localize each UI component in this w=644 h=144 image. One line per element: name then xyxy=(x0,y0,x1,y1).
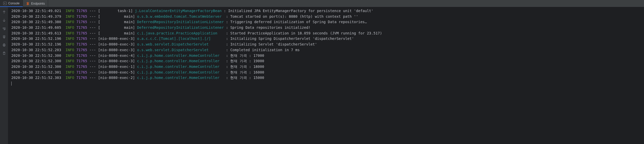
scroll-up-button[interactable] xyxy=(1,9,7,15)
console-run-icon xyxy=(3,2,7,5)
log-separator: --- xyxy=(89,9,96,13)
log-logger: o.a.c.c.C.[Tomcat].[localhost].[/] xyxy=(137,37,224,41)
log-logger: c.i.j.p.home.controller.HomeController xyxy=(137,53,224,58)
log-separator: --- xyxy=(89,14,96,19)
log-pid: 71765 xyxy=(76,59,87,63)
log-separator: --- xyxy=(89,59,96,63)
svg-point-1 xyxy=(27,3,28,4)
log-logger: j.LocalContainerEntityManagerFactoryBean xyxy=(135,9,222,13)
log-colon: : xyxy=(226,20,228,24)
log-logger: c.i.java.practice.PracticeApplication xyxy=(137,31,224,35)
log-thread: [nio-8080-exec-5] xyxy=(98,70,135,74)
log-message: Initializing Spring DispatcherServlet 'd… xyxy=(230,37,354,41)
log-timestamp: 2020-10-30 22:51:52.301 xyxy=(11,70,61,74)
log-level: INFO xyxy=(66,31,76,35)
log-pid: 71765 xyxy=(76,76,87,80)
tab-endpoints-label: Endpoints xyxy=(31,2,45,5)
log-level: INFO xyxy=(66,65,76,69)
log-message: 현재 가격 : 18000 xyxy=(230,65,264,69)
log-message: Spring Data repositories initialized! xyxy=(230,25,310,30)
log-timestamp: 2020-10-30 22:51:49.380 xyxy=(11,20,61,24)
tab-endpoints[interactable]: Endpoints xyxy=(23,0,48,7)
log-pid: 71765 xyxy=(76,37,87,41)
log-line: 2020-10-30 22:51:49.380 INFO 71765 --- [… xyxy=(8,19,644,25)
log-timestamp: 2020-10-30 22:51:49.613 xyxy=(11,31,61,35)
log-colon: : xyxy=(226,14,228,19)
log-thread: [ task-1] xyxy=(98,9,133,13)
log-timestamp: 2020-10-30 22:51:49.021 xyxy=(11,9,61,13)
log-line: 2020-10-30 22:51:52.196 INFO 71765 --- [… xyxy=(8,36,644,42)
log-pid: 71765 xyxy=(76,65,87,69)
log-separator: --- xyxy=(89,42,96,46)
scroll-to-end-button[interactable] xyxy=(1,34,7,40)
left-toolbar xyxy=(0,7,8,144)
log-timestamp: 2020-10-30 22:51:52.300 xyxy=(11,53,61,58)
log-colon: : xyxy=(226,48,228,52)
scroll-down-button[interactable] xyxy=(1,17,7,23)
log-thread: [ main] xyxy=(98,31,135,35)
log-timestamp: 2020-10-30 22:51:52.303 xyxy=(11,76,61,80)
log-colon: : xyxy=(226,76,228,80)
log-message: 현재 가격 : 16000 xyxy=(230,70,264,74)
main-area: 2020-10-30 22:51:49.021 INFO 71765 --- [… xyxy=(0,7,644,144)
clear-button[interactable] xyxy=(1,50,7,56)
log-colon: : xyxy=(226,25,228,30)
tab-console[interactable]: Console xyxy=(0,0,23,7)
log-logger: c.i.j.p.home.controller.HomeController xyxy=(137,59,224,63)
log-pid: 71765 xyxy=(76,14,87,19)
log-message: 현재 가격 : 19000 xyxy=(230,59,264,63)
log-line: 2020-10-30 22:51:52.203 INFO 71765 --- [… xyxy=(8,47,644,53)
log-thread: [ main] xyxy=(98,25,135,30)
log-timestamp: 2020-10-30 22:51:52.300 xyxy=(11,59,61,63)
log-timestamp: 2020-10-30 22:51:52.196 xyxy=(11,42,61,46)
log-pid: 71765 xyxy=(76,53,87,58)
console-output[interactable]: 2020-10-30 22:51:49.021 INFO 71765 --- [… xyxy=(8,7,644,144)
log-line: 2020-10-30 22:51:52.301 INFO 71765 --- [… xyxy=(8,70,644,75)
tab-console-label: Console xyxy=(8,2,20,5)
endpoints-icon xyxy=(26,2,30,5)
log-logger: DeferredRepositoryInitializationListener xyxy=(137,25,224,30)
log-level: INFO xyxy=(66,14,76,19)
log-level: INFO xyxy=(66,70,76,74)
log-pid: 71765 xyxy=(76,42,87,46)
log-timestamp: 2020-10-30 22:51:49.379 xyxy=(11,14,61,19)
log-timestamp: 2020-10-30 22:51:49.605 xyxy=(11,25,61,30)
log-thread: [ main] xyxy=(98,20,135,24)
log-colon: : xyxy=(226,65,228,69)
log-line: 2020-10-30 22:51:52.303 INFO 71765 --- [… xyxy=(8,75,644,81)
print-button[interactable] xyxy=(1,42,7,48)
log-thread: [nio-8080-exec-3] xyxy=(98,48,135,52)
log-separator: --- xyxy=(89,53,96,58)
log-pid: 71765 xyxy=(76,70,87,74)
log-level: INFO xyxy=(66,20,76,24)
log-line: 2020-10-30 22:51:49.613 INFO 71765 --- [… xyxy=(8,31,644,36)
log-pid: 71765 xyxy=(76,48,87,52)
log-colon: : xyxy=(226,59,228,63)
log-separator: --- xyxy=(89,25,96,30)
log-pid: 71765 xyxy=(76,25,87,30)
log-message: Completed initialization in 7 ms xyxy=(230,48,300,52)
log-line: 2020-10-30 22:51:49.379 INFO 71765 --- [… xyxy=(8,14,644,20)
log-thread: [nio-8080-exec-2] xyxy=(98,76,135,80)
log-level: INFO xyxy=(66,53,76,58)
log-separator: --- xyxy=(89,20,96,24)
log-colon: : xyxy=(226,42,228,46)
log-colon: : xyxy=(224,9,226,13)
log-level: INFO xyxy=(66,37,76,41)
log-separator: --- xyxy=(89,70,96,74)
log-separator: --- xyxy=(89,31,96,35)
svg-rect-3 xyxy=(3,44,5,44)
log-thread: [nio-8080-exec-4] xyxy=(98,53,135,58)
log-message: Started PracticeApplication in 18.059 se… xyxy=(230,31,382,35)
log-timestamp: 2020-10-30 22:51:52.300 xyxy=(11,65,61,69)
log-timestamp: 2020-10-30 22:51:52.203 xyxy=(11,48,61,52)
soft-wrap-button[interactable] xyxy=(1,26,7,31)
log-separator: --- xyxy=(89,48,96,52)
log-timestamp: 2020-10-30 22:51:52.196 xyxy=(11,37,61,41)
input-caret-line[interactable] xyxy=(8,81,644,86)
log-level: INFO xyxy=(66,9,76,13)
log-level: INFO xyxy=(66,42,76,46)
caret-icon xyxy=(11,82,12,86)
log-logger: o.s.web.servlet.DispatcherServlet xyxy=(137,42,224,46)
log-thread: [nio-8080-exec-1] xyxy=(98,65,135,69)
